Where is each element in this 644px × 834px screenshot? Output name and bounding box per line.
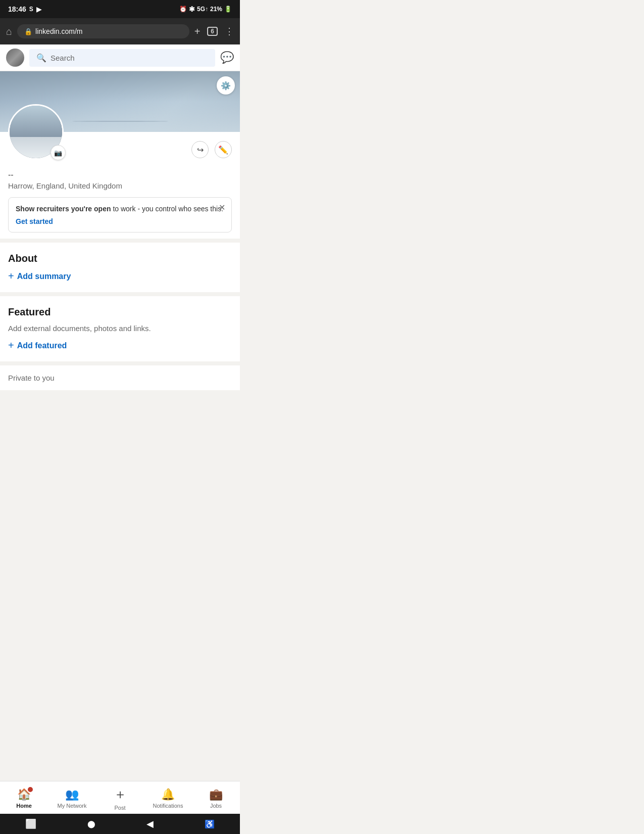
featured-description: Add external documents, photos and links… (8, 324, 232, 333)
status-bar: 18:46 S ▶ ⏰ ✱ 5G↑ 21% 🔋 (0, 0, 240, 18)
featured-section-title: Featured (8, 306, 232, 318)
battery-icon: 🔋 (224, 6, 232, 13)
linkedin-header: 🔍 Search 💬 (0, 44, 240, 71)
open-to-work-regular: to work - you control who sees this. (113, 205, 223, 213)
status-left: 18:46 S ▶ (8, 5, 41, 13)
add-summary-label: Add summary (17, 272, 71, 281)
tab-count[interactable]: 6 (207, 27, 218, 36)
status-time: 18:46 (8, 5, 26, 13)
battery-text: 21% (210, 6, 222, 13)
lock-icon: 🔒 (24, 28, 32, 35)
add-featured-icon: + (8, 340, 14, 351)
browser-url-text: linkedin.com/m (35, 27, 82, 35)
alarm-icon: ⏰ (179, 6, 187, 13)
private-label: Private to you (8, 374, 55, 382)
share-profile-button[interactable]: ↪ (191, 141, 209, 158)
profile-banner: ⚙️ 📷 ↪ ✏️ (0, 71, 240, 162)
open-to-work-banner: Show recruiters you're open to work - yo… (8, 197, 232, 233)
search-icon: 🔍 (36, 53, 46, 63)
profile-avatar-area: 📷 ↪ ✏️ (0, 132, 240, 162)
about-section: About + Add summary (0, 243, 240, 296)
private-section: Private to you (0, 365, 240, 390)
add-summary-button[interactable]: + Add summary (8, 270, 232, 282)
profile-action-buttons: ↪ ✏️ (191, 141, 232, 158)
profile-name: -- (8, 170, 232, 179)
header-avatar[interactable] (6, 49, 24, 67)
add-icon: + (8, 270, 14, 282)
new-tab-icon[interactable]: + (194, 26, 201, 37)
youtube-icon: ▶ (36, 6, 41, 13)
close-banner-button[interactable]: ✕ (219, 203, 225, 212)
samsung-icon: S (29, 6, 33, 13)
status-right: ⏰ ✱ 5G↑ 21% 🔋 (179, 5, 232, 13)
bluetooth-icon: ✱ (189, 5, 195, 13)
featured-section: Featured Add external documents, photos … (0, 296, 240, 365)
add-featured-label: Add featured (17, 341, 67, 350)
browser-bar: ⌂ 🔒 linkedin.com/m + 6 ⋮ (0, 18, 240, 44)
open-to-work-text: Show recruiters you're open to work - yo… (16, 204, 224, 214)
messaging-icon[interactable]: 💬 (220, 51, 234, 64)
add-featured-button[interactable]: + Add featured (8, 340, 232, 351)
browser-home-icon[interactable]: ⌂ (6, 26, 12, 37)
profile-location: Harrow, England, United Kingdom (8, 181, 232, 190)
search-placeholder: Search (51, 54, 75, 62)
settings-button[interactable]: ⚙️ (217, 76, 235, 95)
change-photo-button[interactable]: 📷 (51, 145, 66, 160)
open-to-work-bold: Show recruiters you're open (16, 205, 111, 213)
get-started-link[interactable]: Get started (16, 217, 53, 225)
about-section-title: About (8, 253, 232, 264)
search-bar[interactable]: 🔍 Search (29, 49, 215, 67)
profile-info: -- Harrow, England, United Kingdom Show … (0, 162, 240, 243)
edit-profile-button[interactable]: ✏️ (215, 141, 232, 158)
browser-actions: + 6 ⋮ (194, 26, 234, 37)
browser-url-bar[interactable]: 🔒 linkedin.com/m (17, 24, 189, 38)
signal-icon: 5G↑ (197, 6, 208, 13)
browser-menu-icon[interactable]: ⋮ (225, 26, 234, 37)
